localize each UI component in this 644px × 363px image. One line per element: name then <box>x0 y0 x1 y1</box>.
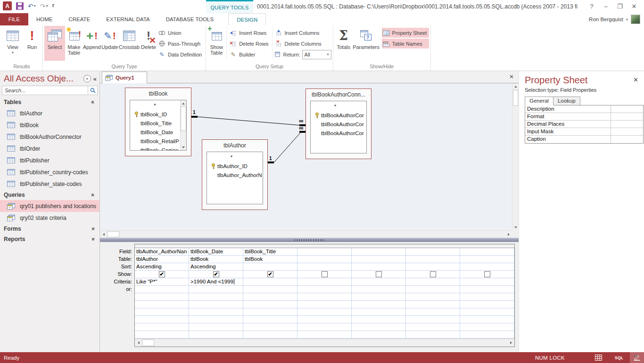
tab-file[interactable]: FILE <box>0 13 28 25</box>
grid-cell-table[interactable]: tblAuthor <box>135 256 189 263</box>
search-input[interactable] <box>2 86 88 95</box>
show-checkbox[interactable] <box>430 271 436 277</box>
customize-qat-button[interactable]: ▾ <box>52 4 54 8</box>
union-button[interactable]: Union <box>157 28 204 38</box>
collapse-ribbon-icon[interactable]: ^ <box>634 354 637 360</box>
scrollbar-thumb[interactable] <box>142 339 154 346</box>
nav-group-tables[interactable]: Tables « <box>0 97 99 107</box>
field-list-title[interactable]: tblAuthor <box>202 140 267 151</box>
undo-button[interactable]: ↶▾ <box>28 2 36 10</box>
nav-menu-icon[interactable]: ▾ <box>83 75 91 82</box>
scroll-left-icon[interactable] <box>100 231 107 238</box>
sidebar-item-tblpublisher[interactable]: tblPublisher <box>0 154 99 166</box>
grid-cell-criteria[interactable] <box>460 278 514 286</box>
field-row[interactable]: tlbAuthor_AuthorN <box>207 171 263 180</box>
tab-database-tools[interactable]: DATABASE TOOLS <box>158 13 222 25</box>
sidebar-item-tblauthor[interactable]: tblAuthor <box>0 107 99 119</box>
scroll-up-icon[interactable] <box>181 100 186 106</box>
grid-cell-field[interactable]: tblBook_Title <box>243 248 297 256</box>
delete-query-button[interactable]: ! ✕ Delete <box>140 26 157 61</box>
field-list-scrollbar[interactable] <box>180 100 186 150</box>
show-table-button[interactable]: + Show Table <box>207 26 225 61</box>
scroll-left-icon[interactable] <box>135 339 142 347</box>
insert-columns-button[interactable]: Insert Columns <box>274 28 331 38</box>
property-value-decimal-places[interactable] <box>611 121 643 128</box>
redo-button[interactable]: ↷▾ <box>40 2 48 10</box>
close-document-icon[interactable]: ✕ <box>509 73 514 80</box>
grid-cell-table[interactable] <box>406 256 460 263</box>
close-button[interactable]: ✕ <box>627 1 641 11</box>
grid-cell-sort[interactable] <box>297 263 352 271</box>
totals-button[interactable]: Σ Totals <box>335 26 353 61</box>
grid-cell-or[interactable] <box>189 286 243 293</box>
grid-cell-table[interactable]: tblBook <box>189 256 243 263</box>
show-checkbox[interactable]: ✔ <box>213 271 219 277</box>
show-checkbox[interactable] <box>484 271 490 277</box>
close-property-sheet-icon[interactable]: ✕ <box>633 76 638 83</box>
canvas-horizontal-scrollbar[interactable] <box>100 230 512 238</box>
parameters-button[interactable]: ? Parameters <box>353 26 380 61</box>
show-checkbox[interactable] <box>322 271 328 277</box>
delete-columns-button[interactable]: Delete Columns <box>274 39 331 48</box>
tab-design[interactable]: DESIGN <box>228 13 266 25</box>
scroll-up-icon[interactable] <box>512 83 519 89</box>
grid-cell-or[interactable] <box>297 286 352 293</box>
make-table-button[interactable]: ✱ ! Make Table <box>65 26 83 61</box>
grid-cell-sort[interactable] <box>243 263 297 271</box>
property-value-format[interactable] <box>611 113 643 120</box>
grid-cell-sort[interactable] <box>460 263 514 271</box>
tab-create[interactable]: CREATE <box>61 13 99 25</box>
restore-button[interactable]: ❐ <box>613 1 627 11</box>
property-value-description[interactable] <box>611 105 643 113</box>
grid-cell-table[interactable] <box>352 256 406 263</box>
sql-view-button[interactable]: SQL <box>612 352 626 363</box>
scroll-right-icon[interactable] <box>505 231 512 238</box>
grid-cell-criteria[interactable]: Like "P*" <box>135 278 189 286</box>
pass-through-button[interactable]: Pass-Through <box>157 39 204 48</box>
scroll-down-icon[interactable] <box>512 224 519 230</box>
grid-cell-criteria[interactable] <box>243 278 297 286</box>
field-list-title[interactable]: tblBook <box>125 88 191 99</box>
grid-cell-field[interactable] <box>460 248 514 256</box>
tab-external-data[interactable]: EXTERNAL DATA <box>98 13 157 25</box>
grid-cell-sort[interactable] <box>352 263 406 271</box>
grid-cell-criteria[interactable] <box>406 278 460 286</box>
property-value-caption[interactable] <box>611 136 643 143</box>
help-button[interactable]: ? <box>585 1 599 11</box>
tab-general[interactable]: General <box>525 97 553 105</box>
update-button[interactable]: ✎ ! Update <box>101 26 119 61</box>
return-select[interactable]: All ▾ <box>302 50 331 59</box>
document-tab-query1[interactable]: Query1 <box>102 72 147 83</box>
grid-cell-field[interactable] <box>297 248 352 256</box>
nav-group-forms[interactable]: Forms « <box>0 224 99 234</box>
field-row[interactable]: tlbAuthor_ID <box>207 162 263 171</box>
crosstab-button[interactable]: Crosstab <box>119 26 140 61</box>
nav-pane-title[interactable]: All Access Obje... <box>4 73 81 84</box>
field-row[interactable]: * <box>207 153 263 162</box>
table-names-button[interactable]: XYZ Table Names <box>382 39 429 48</box>
scroll-right-icon[interactable] <box>507 339 514 347</box>
nav-group-queries[interactable]: Queries « <box>0 190 99 200</box>
insert-rows-button[interactable]: Insert Rows <box>229 28 271 38</box>
field-list-tblauthor[interactable]: tblAuthor * tlbAuthor_ID tlbAuthor_Autho… <box>202 139 268 210</box>
grid-cell-table[interactable] <box>297 256 352 263</box>
show-checkbox[interactable] <box>376 271 382 277</box>
view-button[interactable]: View ▾ <box>2 26 23 61</box>
datasheet-view-button[interactable] <box>591 352 605 363</box>
field-list-tblbookauthorconnector[interactable]: tblBookAuthorConn... * tblBookAuthorCor … <box>305 89 372 159</box>
field-row[interactable]: * <box>130 101 186 110</box>
grid-cell-table[interactable]: tblBook <box>243 256 297 263</box>
user-avatar[interactable] <box>631 15 640 24</box>
scrollbar-thumb[interactable] <box>107 231 119 237</box>
grid-cell-sort[interactable]: Ascending <box>189 263 243 271</box>
field-row[interactable]: tblBook_RetailP <box>130 137 186 146</box>
grid-horizontal-scrollbar[interactable] <box>135 339 514 347</box>
field-row[interactable]: tblBook_Copies <box>130 146 186 151</box>
grid-column-header-band[interactable] <box>135 244 514 248</box>
field-row[interactable]: * <box>311 102 366 111</box>
sidebar-item-qry01[interactable]: qry01 publishers and locations <box>0 200 99 212</box>
field-list-title[interactable]: tblBookAuthorConn... <box>306 89 371 100</box>
scroll-down-icon[interactable] <box>181 144 186 150</box>
field-row[interactable]: tblBook_Title <box>130 119 186 128</box>
show-checkbox[interactable]: ✔ <box>267 271 273 277</box>
